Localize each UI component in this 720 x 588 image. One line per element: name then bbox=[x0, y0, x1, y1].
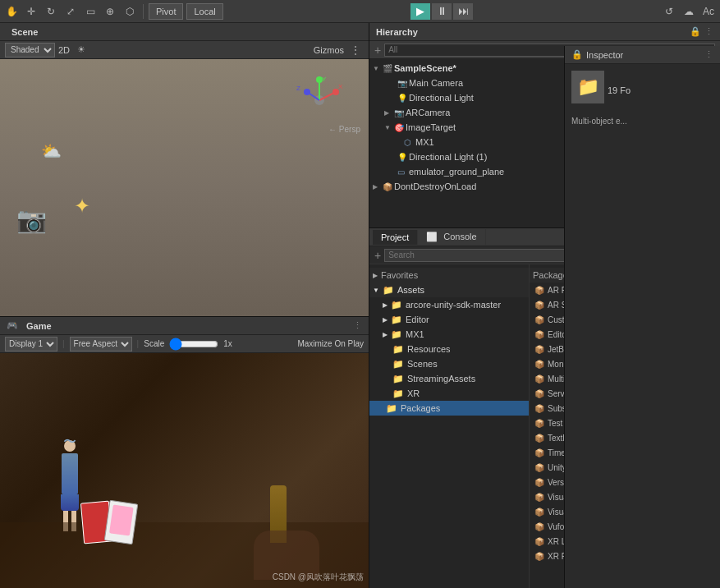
assets-header[interactable]: 📁 Assets bbox=[369, 283, 529, 297]
mx1-folder-icon: 📁 bbox=[391, 329, 402, 340]
mx1-label: MX1 bbox=[415, 137, 434, 147]
arcamera-arrow[interactable] bbox=[384, 108, 394, 117]
scenes-label: Scenes bbox=[407, 359, 438, 369]
transform-tool-icon[interactable]: ⊕ bbox=[102, 3, 118, 20]
folder-streaming[interactable]: 📁 StreamingAssets bbox=[369, 371, 529, 386]
sun-icon: ✦ bbox=[74, 195, 90, 218]
folder-mx1[interactable]: 📁 MX1 bbox=[369, 327, 529, 342]
local-button[interactable]: Local bbox=[186, 3, 222, 20]
main-camera-label: Main Camera bbox=[409, 78, 463, 88]
scene-gizmo[interactable]: X Y Z bbox=[295, 76, 344, 125]
inspector-file-row: 📁 19 Fo bbox=[571, 71, 713, 110]
assets-arrow bbox=[373, 286, 379, 294]
inspector-more-icon[interactable]: ⋮ bbox=[704, 49, 713, 60]
rect-tool-icon[interactable]: ▭ bbox=[82, 3, 99, 20]
gizmos-button[interactable]: Gizmos bbox=[314, 45, 344, 55]
playmode-controls: ▶ ⏸ ⏭ bbox=[227, 3, 658, 20]
hand-tool-icon[interactable]: ✋ bbox=[3, 3, 20, 20]
tab-console[interactable]: ⬜ Console bbox=[418, 229, 485, 245]
packages-folder-icon: 📁 bbox=[386, 403, 397, 414]
pkg-vs-code-icon: 📦 bbox=[534, 493, 544, 502]
more-icon[interactable]: ⋮ bbox=[347, 42, 364, 58]
dir-light-label: Directional Light bbox=[409, 93, 474, 103]
scene-toolbar: Shaded 2D ☀ Gizmos ⋮ bbox=[0, 41, 369, 59]
scene-panel-header: Scene bbox=[0, 23, 369, 41]
scene-arrow bbox=[373, 64, 383, 72]
pivot-button[interactable]: Pivot bbox=[149, 3, 183, 20]
scene-background: X Y Z ← Persp ⛅ bbox=[0, 59, 369, 316]
main-layout: Scene Shaded 2D ☀ Gizmos ⋮ bbox=[0, 23, 720, 588]
scene-name: SampleScene* bbox=[394, 63, 456, 73]
move-tool-icon[interactable]: ✛ bbox=[23, 3, 39, 20]
pkg-custom-nunit-icon: 📦 bbox=[534, 315, 544, 324]
2d-button[interactable]: 2D bbox=[58, 45, 70, 55]
scale-label: Scale bbox=[144, 339, 164, 348]
hierarchy-title: Hierarchy bbox=[376, 27, 418, 37]
hierarchy-lock-icon[interactable]: 🔒 bbox=[690, 26, 701, 37]
tab-project[interactable]: Project bbox=[373, 230, 418, 245]
pkg-subsystem-icon: 📦 bbox=[534, 404, 544, 413]
aspect-select[interactable]: Free Aspect bbox=[70, 337, 132, 351]
scale-tool-icon[interactable]: ⤢ bbox=[62, 3, 79, 20]
shading-select[interactable]: Shaded bbox=[5, 43, 55, 57]
play-button[interactable]: ▶ bbox=[410, 3, 430, 20]
rotate-tool-icon[interactable]: ↻ bbox=[43, 3, 59, 20]
light-icon[interactable]: ☀ bbox=[73, 42, 89, 58]
custom-tool-icon[interactable]: ⬡ bbox=[122, 3, 138, 20]
figure-skirt bbox=[61, 494, 79, 511]
folder-scenes[interactable]: 📁 Scenes bbox=[369, 356, 529, 371]
light-icon-h: 💡 bbox=[397, 94, 409, 103]
add-project-button[interactable]: + bbox=[374, 249, 381, 262]
imagetarget-arrow[interactable] bbox=[384, 123, 394, 131]
hierarchy-more-icon[interactable]: ⋮ bbox=[704, 26, 713, 37]
pkg-editor-coroutines-icon: 📦 bbox=[534, 330, 544, 339]
dontdestroy-icon: 📦 bbox=[383, 182, 394, 191]
pause-button[interactable]: ⏸ bbox=[432, 3, 452, 20]
game-background: 〜 bbox=[0, 353, 369, 588]
cloud-icon[interactable]: ☁ bbox=[681, 3, 697, 20]
folder-editor[interactable]: 📁 Editor bbox=[369, 312, 529, 327]
toolbar-separator-3: | bbox=[137, 339, 140, 348]
persp-label: ← Persp bbox=[328, 125, 360, 134]
scene-tab[interactable]: Scene bbox=[7, 25, 43, 39]
inspector-header: 🔒 Inspector ⋮ bbox=[565, 46, 720, 64]
folder-resources[interactable]: 📁 Resources bbox=[369, 342, 529, 356]
folder-arcore[interactable]: 📁 arcore-unity-sdk-master bbox=[369, 297, 529, 312]
left-panel: Scene Shaded 2D ☀ Gizmos ⋮ bbox=[0, 23, 369, 588]
game-viewport[interactable]: 〜 bbox=[0, 353, 369, 588]
display-select[interactable]: Display 1 bbox=[5, 337, 57, 351]
undo-icon[interactable]: ↺ bbox=[661, 3, 677, 20]
assets-folder-icon: 📁 bbox=[383, 285, 394, 296]
card-white bbox=[104, 500, 139, 544]
editor-folder-icon: 📁 bbox=[391, 315, 402, 325]
inspector-lock-icon[interactable]: 🔒 bbox=[571, 49, 583, 60]
figure-hair-icon: 〜 bbox=[63, 434, 76, 451]
dontdestroy-arrow[interactable] bbox=[373, 182, 383, 191]
hierarchy-controls: 🔒 ⋮ bbox=[690, 26, 713, 37]
favorites-header[interactable]: Favorites bbox=[369, 268, 529, 283]
add-hierarchy-button[interactable]: + bbox=[374, 44, 381, 57]
center-right: Hierarchy 🔒 ⋮ + 🎬 SampleScene* ⋮ bbox=[369, 23, 720, 588]
game-view: 🎮 Game ⋮ Display 1 | Free Aspect | Scale… bbox=[0, 317, 369, 588]
camera-icon: 📷 bbox=[397, 79, 409, 88]
pkg-vuforia-icon: 📦 bbox=[534, 522, 544, 531]
game-more-icon[interactable]: ⋮ bbox=[353, 320, 362, 331]
game-tab[interactable]: Game bbox=[26, 321, 52, 331]
packages-label: Packages bbox=[401, 403, 440, 413]
scene-viewport[interactable]: X Y Z ← Persp ⛅ bbox=[0, 59, 369, 316]
account-icon[interactable]: Ac bbox=[700, 3, 717, 20]
figure-body bbox=[62, 453, 78, 494]
top-toolbar: ✋ ✛ ↻ ⤢ ▭ ⊕ ⬡ Pivot Local ▶ ⏸ ⏭ ↺ ☁ Ac bbox=[0, 0, 720, 23]
step-button[interactable]: ⏭ bbox=[453, 3, 473, 20]
game-panel-header: 🎮 Game ⋮ bbox=[0, 317, 369, 335]
maximize-button[interactable]: Maximize On Play bbox=[297, 339, 364, 348]
pkg-multiplayer-icon: 📦 bbox=[534, 374, 544, 384]
assets-label: Assets bbox=[397, 285, 424, 295]
svg-text:Z: Z bbox=[296, 85, 300, 92]
folder-packages[interactable]: 📁 Packages bbox=[369, 401, 529, 416]
scene-icon: 🎬 bbox=[383, 64, 394, 73]
scale-slider[interactable] bbox=[169, 338, 218, 351]
cloud-camera-icon: 📷 bbox=[16, 205, 47, 234]
game-toolbar: Display 1 | Free Aspect | Scale 1x Maxim… bbox=[0, 335, 369, 353]
folder-xr[interactable]: 📁 XR bbox=[369, 386, 529, 401]
